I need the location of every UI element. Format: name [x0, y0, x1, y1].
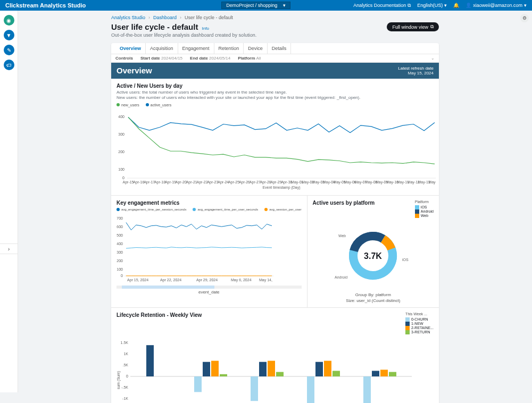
legend-eng-session[interactable]: avg_engagement_time_per_session_seconds: [117, 208, 186, 211]
sidebar-item-tag[interactable]: 🏷: [4, 60, 14, 70]
tab-details[interactable]: Details: [268, 43, 292, 54]
legend-return[interactable]: 3-RETURN: [405, 330, 434, 334]
tab-acquisition[interactable]: Acquisition: [146, 43, 178, 54]
svg-text:Apr-20: Apr-20: [176, 180, 187, 184]
square-icon: [415, 214, 419, 218]
full-window-label: Full window view: [392, 24, 428, 30]
svg-text:0: 0: [122, 176, 124, 180]
svg-rect-75: [307, 376, 314, 403]
user-menu[interactable]: 👤 xiaoweii@amazon.com ▾: [466, 3, 527, 8]
svg-text:Apr 15, 2024: Apr 15, 2024: [127, 278, 148, 282]
controls-row[interactable]: Controls Start date 2024/04/15 End date …: [111, 54, 439, 63]
svg-text:Apr-25: Apr-25: [228, 180, 239, 184]
svg-text:May 6, 2024: May 6, 2024: [231, 278, 252, 282]
tabs: Overview Acquisition Engagement Retentio…: [111, 43, 439, 54]
project-selector[interactable]: DemoProject / shopping ▾: [221, 2, 290, 9]
sidebar-item-home[interactable]: ◉: [4, 15, 14, 26]
overview-heading: Overview: [117, 66, 152, 75]
tab-overview[interactable]: Overview: [115, 43, 146, 54]
engagement-xlabel: event_date: [117, 290, 302, 295]
pencil-icon: ✎: [7, 47, 11, 53]
svg-text:400: 400: [118, 115, 124, 119]
tab-device[interactable]: Device: [244, 43, 268, 54]
start-date-value: 2024/04/15: [161, 56, 182, 61]
legend-active-users[interactable]: active_users: [146, 103, 171, 107]
platform-label: Platform: [238, 56, 255, 61]
svg-text:500: 500: [117, 233, 123, 237]
svg-text:Apr-28: Apr-28: [260, 180, 271, 184]
platform-value: All: [256, 56, 261, 61]
legend-platform-web[interactable]: Web: [415, 214, 434, 218]
square-icon: [415, 209, 419, 214]
svg-text:Apr-24: Apr-24: [218, 180, 229, 184]
svg-text:-1K: -1K: [122, 397, 128, 400]
legend-retained[interactable]: 2-RETAINE...: [405, 326, 434, 330]
svg-text:Apr-26: Apr-26: [239, 180, 250, 184]
dot-icon: [264, 208, 268, 211]
topbar: Clickstream Analytics Studio DemoProject…: [0, 0, 532, 11]
chart-scrollbar[interactable]: [117, 286, 302, 289]
svg-text:Web: Web: [338, 234, 346, 238]
notifications-button[interactable]: 🔔: [453, 3, 459, 8]
sidebar-item-filter[interactable]: ▼: [4, 30, 14, 40]
svg-text:iOS: iOS: [402, 258, 409, 262]
engagement-chart-body: 7006005004003002001000 Apr 15, 2024 Apr …: [117, 214, 302, 295]
breadcrumb-dashboard[interactable]: Dashboard: [153, 15, 177, 20]
page-title: User life cycle - default Info: [111, 22, 256, 31]
svg-rect-68: [203, 362, 210, 376]
active-chart-desc1: Active users: the total number of users …: [117, 90, 434, 95]
language-selector[interactable]: English(US) ▾: [417, 3, 447, 8]
svg-text:100: 100: [117, 267, 123, 271]
tag-icon: 🏷: [6, 62, 12, 68]
svg-text:600: 600: [117, 225, 123, 229]
external-link-icon: ⧉: [408, 3, 411, 9]
legend-new[interactable]: 1-NEW: [405, 322, 434, 326]
svg-text:Apr-19: Apr-19: [165, 180, 176, 184]
chevron-down-icon: ▾: [524, 3, 527, 8]
svg-text:Apr-29: Apr-29: [271, 180, 282, 184]
svg-text:Apr-22: Apr-22: [197, 180, 208, 184]
legend-platform-android[interactable]: Android: [415, 209, 434, 214]
refresh-label: Latest refresh date: [398, 66, 434, 71]
legend-session-per-user[interactable]: avg_session_per_user: [264, 208, 301, 211]
svg-text:May-14: May-14: [428, 180, 436, 184]
square-icon: [405, 326, 410, 330]
user-email: xiaoweii@amazon.com: [473, 3, 522, 8]
info-link[interactable]: Info: [202, 26, 209, 31]
breadcrumb-current: User life cycle - default: [185, 15, 233, 20]
end-date-label: End date: [190, 56, 208, 61]
sidebar-expand-button[interactable]: ›: [0, 244, 18, 254]
legend-platform-ios[interactable]: iOS: [415, 205, 434, 209]
bell-icon: 🔔: [453, 3, 459, 8]
legend-eng-user[interactable]: avg_engagement_time_per_user_seconds: [193, 208, 258, 211]
svg-text:300: 300: [117, 250, 123, 254]
legend-churn[interactable]: 0-CHURN: [405, 317, 434, 322]
legend-new-users[interactable]: new_users: [117, 103, 139, 107]
svg-text:Apr-23: Apr-23: [207, 180, 218, 184]
language-label: English(US): [417, 3, 443, 8]
breadcrumb: Analytics Studio › Dashboard › User life…: [111, 15, 439, 20]
square-icon: [405, 322, 410, 326]
svg-text:300: 300: [118, 132, 124, 136]
active-chart-desc2: New users: the number of users who inter…: [117, 95, 434, 100]
platform-caption2: Size: user_id (Count distinct): [313, 298, 434, 303]
dot-icon: [146, 103, 149, 106]
controls-label: Controls: [115, 56, 133, 61]
overview-banner: Overview Latest refresh date May 15, 202…: [111, 63, 439, 79]
sidebar-item-edit[interactable]: ✎: [4, 45, 14, 55]
svg-text:0: 0: [126, 374, 128, 378]
settings-button[interactable]: ⚙: [520, 14, 529, 22]
svg-rect-78: [332, 371, 340, 376]
page-title-text: User life cycle - default: [111, 22, 198, 31]
svg-text:Apr-16: Apr-16: [133, 180, 144, 184]
svg-rect-82: [389, 372, 396, 376]
breadcrumb-analytics-studio[interactable]: Analytics Studio: [111, 15, 145, 20]
tab-retention[interactable]: Retention: [214, 43, 244, 54]
svg-rect-76: [315, 362, 323, 376]
full-window-button[interactable]: Full window view ⧉: [387, 22, 439, 31]
brand: Clickstream Analytics Studio: [5, 2, 86, 9]
svg-text:0: 0: [121, 274, 123, 278]
docs-link[interactable]: Analytics Documentation ⧉: [353, 3, 411, 9]
svg-text:Apr-17: Apr-17: [144, 180, 155, 184]
tab-engagement[interactable]: Engagement: [178, 43, 214, 54]
